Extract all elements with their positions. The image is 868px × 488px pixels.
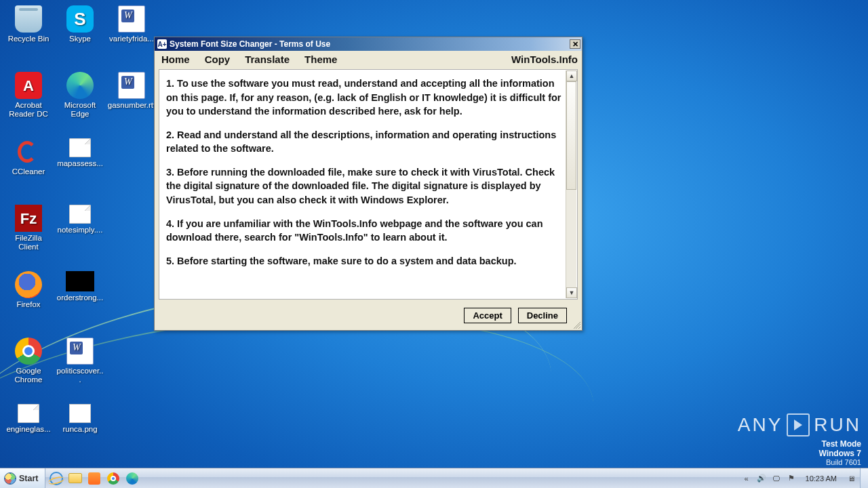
watermark-line: Build 7601 — [738, 458, 861, 466]
g-blank-icon — [18, 404, 39, 423]
terms-paragraph: 3. Before running the downloaded file, m… — [166, 165, 566, 207]
resize-grip[interactable] — [572, 321, 580, 329]
g-word-icon — [118, 72, 145, 99]
show-desktop-button[interactable] — [860, 468, 868, 488]
edge-icon[interactable] — [125, 472, 139, 485]
desktop-icon[interactable]: FzFileZilla Client — [3, 202, 54, 252]
g-firefox-icon — [15, 271, 42, 298]
desktop-icon-label: notesimply.... — [58, 226, 103, 235]
desktop-icon[interactable]: notesimply.... — [54, 202, 106, 252]
desktop-icon-label: FileZilla Client — [4, 234, 53, 251]
watermark-line: Test Mode — [738, 439, 861, 449]
scroll-thumb[interactable] — [566, 81, 576, 190]
g-png-icon — [69, 404, 91, 423]
watermark-line: Windows 7 — [738, 449, 861, 458]
menu-copy[interactable]: Copy — [205, 54, 231, 65]
chrome-icon[interactable] — [106, 472, 120, 485]
desktop-icon[interactable]: engineglas... — [3, 401, 54, 451]
start-button[interactable]: Start — [0, 468, 45, 488]
network-icon[interactable]: 🖵 — [772, 474, 781, 483]
desktop-icon[interactable]: gasnumber.rtf — [106, 69, 157, 119]
menubar: Home Copy Translate Theme WinTools.Info — [155, 51, 582, 69]
terms-text: 1. To use the software you must read, un… — [159, 69, 578, 300]
desktop-icon[interactable]: SSkype — [54, 3, 106, 53]
dialog-buttons: Accept Decline — [155, 304, 582, 330]
desktop-icon-label: runca.png — [62, 425, 97, 434]
media-player-icon[interactable] — [87, 472, 101, 485]
explorer-icon[interactable] — [68, 472, 82, 485]
desktop-icon-label: Recycle Bin — [8, 35, 50, 43]
desktop-icon-label: Microsoft Edge — [56, 101, 104, 119]
desktop-icon-label: varietyfrida... — [109, 35, 154, 43]
terms-paragraph: 1. To use the software you must read, un… — [166, 77, 566, 119]
desktop-icon[interactable]: CCleaner — [3, 136, 54, 186]
window-title: System Font Size Changer - Terms of Use — [170, 39, 570, 49]
start-label: Start — [19, 474, 38, 483]
ie-icon[interactable] — [50, 472, 63, 485]
desktop-icon[interactable]: orderstrong... — [54, 268, 106, 319]
tray-expand-icon[interactable]: « — [742, 474, 751, 483]
desktop-icon[interactable]: Microsoft Edge — [54, 69, 106, 119]
accept-button[interactable]: Accept — [464, 308, 511, 323]
desktop-icon[interactable]: politicscover... — [54, 335, 106, 385]
decline-button[interactable]: Decline — [518, 308, 567, 323]
g-recycle-icon — [15, 5, 42, 33]
g-filezilla-icon: Fz — [15, 205, 42, 232]
brand-text: ANY — [738, 414, 783, 436]
taskbar-pinned — [45, 468, 143, 488]
brand-text: RUN — [814, 414, 861, 436]
app-icon: A+ — [157, 39, 167, 49]
g-chrome-icon — [15, 338, 42, 365]
desktop-icon-label: Firefox — [16, 300, 40, 309]
desktop-icon-label: Google Chrome — [4, 367, 53, 384]
scroll-up-button[interactable]: ▲ — [566, 70, 577, 81]
close-button[interactable]: ✕ — [570, 39, 580, 49]
taskbar: Start « 🔊 🖵 ⚑ 10:23 AM 🖥 — [0, 468, 868, 488]
desktop-icon[interactable]: Firefox — [3, 268, 54, 319]
desktop-icon-label: orderstrong... — [57, 293, 103, 302]
desktop-icon-label: Acrobat Reader DC — [4, 101, 53, 119]
desktop-icon[interactable]: Google Chrome — [3, 335, 54, 385]
menu-translate[interactable]: Translate — [245, 54, 290, 65]
titlebar[interactable]: A+ System Font Size Changer - Terms of U… — [155, 37, 582, 51]
g-acrobat-icon: A — [15, 72, 42, 99]
terms-paragraph: 2. Read and understand all the descripti… — [166, 128, 566, 156]
g-word-icon — [118, 5, 145, 33]
menu-brand-link[interactable]: WinTools.Info — [511, 54, 578, 65]
desktop-icon-label: gasnumber.rtf — [108, 101, 155, 110]
system-tray: « 🔊 🖵 ⚑ 10:23 AM 🖥 — [738, 468, 860, 488]
desktop-icon[interactable]: Recycle Bin — [3, 3, 54, 53]
terms-paragraph: 5. Before starting the software, make su… — [166, 254, 566, 268]
g-black-icon — [66, 271, 94, 291]
terms-paragraph: 4. If you are unfamiliar with the WinToo… — [166, 217, 566, 245]
g-blank-icon — [69, 205, 91, 224]
g-edge-icon — [66, 72, 94, 99]
desktop-icon[interactable]: runca.png — [54, 401, 106, 451]
scroll-track[interactable] — [566, 81, 576, 287]
desktop-icon-label: politicscover... — [56, 367, 104, 384]
watermark: ANY RUN Test Mode Windows 7 Build 7601 — [738, 413, 861, 466]
windows-logo-icon — [4, 472, 16, 485]
desktop-icon-label: mapassess... — [57, 159, 103, 168]
tray-monitor-icon[interactable]: 🖥 — [846, 474, 856, 483]
scroll-down-button[interactable]: ▼ — [566, 287, 577, 298]
desktop-icon-label: engineglas... — [6, 425, 50, 434]
desktop[interactable]: Recycle BinSSkypevarietyfrida...AAcrobat… — [0, 0, 868, 488]
scrollbar[interactable]: ▲ ▼ — [566, 70, 576, 298]
volume-icon[interactable]: 🔊 — [757, 474, 766, 483]
desktop-icon-label: Skype — [69, 35, 91, 43]
desktop-icon-label: CCleaner — [12, 167, 45, 176]
terms-dialog: A+ System Font Size Changer - Terms of U… — [154, 37, 583, 331]
clock[interactable]: 10:23 AM — [802, 474, 841, 483]
desktop-icon[interactable]: varietyfrida... — [106, 3, 157, 53]
menu-home[interactable]: Home — [161, 54, 190, 65]
action-center-icon[interactable]: ⚑ — [787, 474, 796, 483]
play-icon — [787, 413, 810, 436]
menu-theme[interactable]: Theme — [304, 54, 337, 65]
desktop-icon[interactable]: AAcrobat Reader DC — [3, 69, 54, 119]
g-skype-icon: S — [66, 5, 94, 33]
g-word-icon — [66, 338, 94, 365]
g-blank-icon — [69, 138, 91, 157]
desktop-icon[interactable]: mapassess... — [54, 136, 106, 186]
g-ccleaner-icon — [15, 138, 42, 165]
